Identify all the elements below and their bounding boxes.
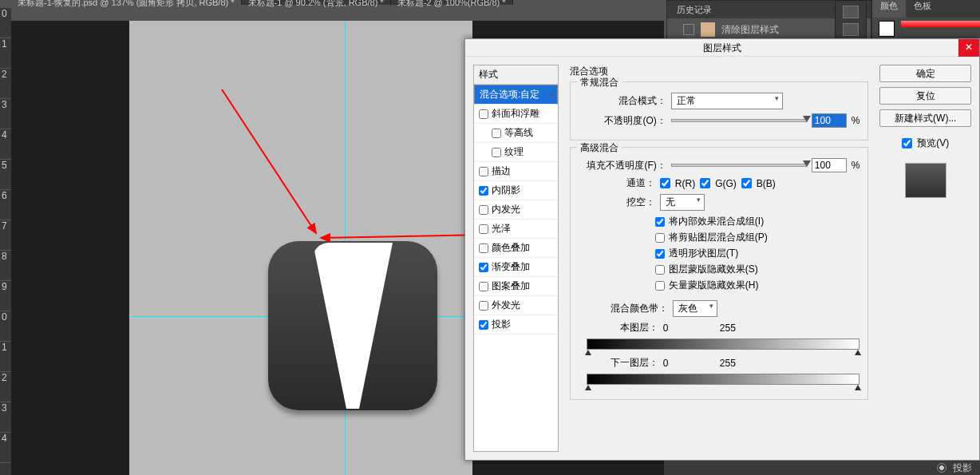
thislayer-label: 本图层： — [611, 321, 658, 334]
knockout-select[interactable]: 无 — [660, 194, 705, 211]
statusbar: 投影 — [664, 461, 980, 475]
fillopacity-slider[interactable] — [671, 164, 807, 167]
thislayer-v255: 255 — [700, 323, 756, 334]
opacity-slider[interactable] — [671, 119, 807, 122]
group-label: 常规混合 — [577, 76, 622, 89]
underlayer-gradient[interactable] — [587, 374, 860, 385]
channel-r-checkbox[interactable] — [660, 178, 670, 188]
blendmode-select[interactable]: 正常 — [671, 93, 783, 109]
checkbox-icon — [683, 24, 694, 35]
pct-label: % — [852, 115, 860, 126]
styles-list: 样式 混合选项:自定 斜面和浮雕 等高线 纹理 描边 内阴影 内发光 光泽 颜色… — [473, 65, 559, 452]
options-area: 混合选项 常规混合 混合模式： 正常 不透明度(O)： 100 % 高级混合 填… — [559, 57, 880, 460]
knockout-label: 挖空： — [626, 196, 655, 209]
underlayer-v0: 0 — [663, 358, 695, 369]
advanced-blend-group: 高级混合 填充不透明度(F)： 100 % 通道： R(R) G(G) B(B)… — [570, 147, 869, 400]
preview-swatch — [905, 163, 946, 198]
style-item-outerglow[interactable]: 外发光 — [474, 296, 558, 315]
cb2-label: 将剪贴图层混合成组(P) — [669, 231, 768, 244]
panel-dock-icon[interactable] — [835, 0, 867, 44]
styles-header: 样式 — [474, 65, 558, 85]
underlayer-label: 下一图层： — [611, 356, 658, 370]
underlayer-v255: 255 — [700, 358, 756, 369]
doc-tab-0[interactable]: 未标题-1-恢复的.psd @ 137% (圆角矩形 拷贝, RGB/8) * — [11, 0, 242, 5]
general-blend-group: 常规混合 混合模式： 正常 不透明度(O)： 100 % — [570, 81, 869, 141]
fillopacity-label: 填充不透明度(F)： — [579, 159, 666, 172]
style-item-patternoverlay[interactable]: 图案叠加 — [474, 277, 558, 296]
fillopacity-input[interactable]: 100 — [812, 158, 847, 172]
button-column: 确定 复位 新建样式(W)... 预览(V) — [879, 57, 979, 460]
style-item-texture[interactable]: 纹理 — [474, 143, 558, 162]
channel-g-checkbox[interactable] — [700, 178, 710, 188]
style-item-stroke[interactable]: 描边 — [474, 162, 558, 181]
style-item-innerglow[interactable]: 内发光 — [474, 200, 558, 220]
style-item-blendopts[interactable]: 混合选项:自定 — [474, 85, 558, 105]
history-label: 清除图层样式 — [721, 23, 779, 37]
white-wedge-shape — [313, 243, 393, 409]
blendmode-label: 混合模式： — [579, 94, 666, 108]
channel-g-label: G(G) — [715, 178, 737, 189]
color-panel: 颜色 色板 — [871, 0, 980, 44]
channel-b-label: B(B) — [757, 178, 776, 189]
rounded-rect-shape[interactable] — [268, 241, 437, 410]
style-item-innershadow[interactable]: 内阴影 — [474, 181, 558, 200]
layerstyle-icon — [701, 22, 715, 37]
ok-button[interactable]: 确定 — [879, 65, 971, 82]
thislayer-v0: 0 — [663, 323, 695, 334]
document-tabs: 未标题-1-恢复的.psd @ 137% (圆角矩形 拷贝, RGB/8) * … — [11, 0, 513, 8]
channel-r-label: R(R) — [675, 178, 695, 189]
history-tab[interactable]: 历史记录 — [667, 4, 721, 16]
channels-label: 通道： — [626, 176, 655, 190]
cb-vectormaskhide[interactable] — [655, 281, 665, 291]
cb4-label: 图层蒙版隐藏效果(S) — [669, 263, 758, 276]
group-label: 高级混合 — [577, 141, 622, 155]
doc-tab-1[interactable]: 未标题-1 @ 90.2% (背景, RGB/8) * — [242, 0, 391, 5]
fg-swatch[interactable] — [879, 21, 895, 37]
opacity-input[interactable]: 100 — [812, 113, 847, 128]
cb-blendinterior[interactable] — [655, 217, 665, 227]
dialog-titlebar[interactable]: 图层样式 ✕ — [465, 39, 979, 57]
newstyle-button[interactable]: 新建样式(W)... — [879, 109, 971, 127]
dialog-title: 图层样式 — [703, 42, 741, 53]
layer-style-dialog: 图层样式 ✕ 样式 混合选项:自定 斜面和浮雕 等高线 纹理 描边 内阴影 内发… — [464, 38, 980, 461]
style-item-gradoverlay[interactable]: 渐变叠加 — [474, 258, 558, 277]
cb-layermaskhide[interactable] — [655, 265, 665, 275]
channel-b-checkbox[interactable] — [741, 178, 752, 188]
color-slider[interactable] — [901, 21, 980, 27]
blendif-select[interactable]: 灰色 — [673, 300, 717, 317]
cb5-label: 矢量蒙版隐藏效果(H) — [669, 279, 759, 292]
style-item-coloroverlay[interactable]: 颜色叠加 — [474, 239, 558, 258]
cb1-label: 将内部效果混合成组(I) — [669, 215, 764, 228]
style-item-contour[interactable]: 等高线 — [474, 124, 558, 143]
cb3-label: 透明形状图层(T) — [669, 247, 738, 260]
cb-transshape[interactable] — [655, 249, 665, 259]
color-tab[interactable]: 颜色 — [872, 0, 906, 18]
style-item-satin[interactable]: 光泽 — [474, 220, 558, 239]
status-fx: 投影 — [953, 461, 972, 475]
ruler-left: 012 345 678 901 234 — [0, 8, 11, 475]
close-button[interactable]: ✕ — [958, 39, 979, 57]
cb-blendclipped[interactable] — [655, 233, 665, 243]
doc-tab-2[interactable]: 未标题-2 @ 100%(RGB/8) * — [391, 0, 513, 5]
pct-label: % — [852, 160, 860, 171]
eye-icon[interactable] — [937, 463, 946, 473]
blendif-label: 混合颜色带： — [611, 302, 668, 315]
opacity-label: 不透明度(O)： — [579, 114, 666, 128]
style-item-bevel[interactable]: 斜面和浮雕 — [474, 105, 558, 124]
style-item-dropshadow[interactable]: 投影 — [474, 315, 558, 334]
preview-label: 预览(V) — [917, 137, 949, 150]
cancel-button[interactable]: 复位 — [879, 87, 971, 105]
preview-checkbox[interactable] — [902, 138, 912, 148]
swatch-tab[interactable]: 色板 — [906, 0, 939, 18]
thislayer-gradient[interactable] — [587, 338, 860, 350]
